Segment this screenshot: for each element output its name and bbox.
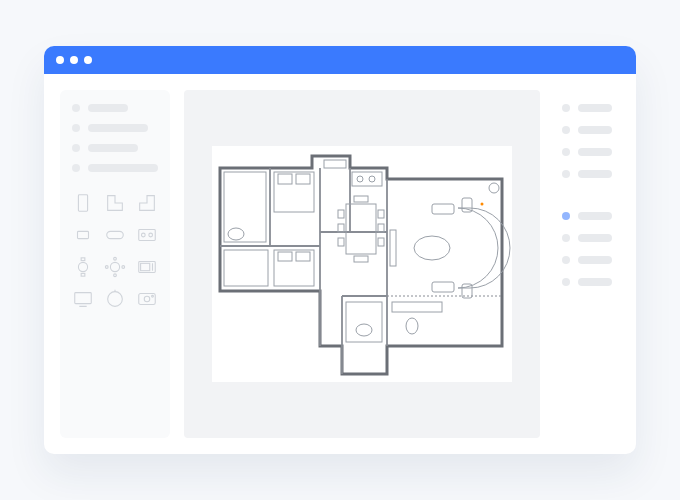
svg-rect-53	[354, 196, 368, 202]
svg-rect-1	[78, 231, 89, 238]
shape-l-shape-mirror[interactable]	[136, 192, 158, 214]
shape-microwave[interactable]	[136, 256, 158, 278]
svg-point-66	[481, 203, 484, 206]
property-label-placeholder	[578, 234, 612, 242]
svg-point-63	[356, 324, 372, 336]
properties-group-2	[562, 212, 612, 300]
bullet-icon	[562, 256, 570, 264]
svg-rect-56	[432, 282, 454, 292]
category-label-placeholder	[88, 104, 128, 112]
svg-point-19	[108, 292, 123, 307]
property-row[interactable]	[562, 212, 612, 220]
svg-rect-47	[338, 210, 344, 218]
floor-plan-drawing	[212, 146, 512, 382]
bullet-icon	[72, 124, 80, 132]
category-item[interactable]	[72, 104, 158, 112]
svg-rect-15	[141, 263, 150, 270]
svg-rect-0	[78, 195, 87, 212]
property-label-placeholder	[578, 148, 612, 156]
svg-point-59	[414, 236, 450, 260]
category-label-placeholder	[88, 164, 158, 172]
shape-rect-small[interactable]	[72, 224, 94, 246]
shape-rect-portrait[interactable]	[72, 192, 94, 214]
window-control-close[interactable]	[56, 56, 64, 64]
bullet-icon	[562, 126, 570, 134]
shape-dial[interactable]	[104, 288, 126, 310]
svg-point-10	[114, 257, 117, 260]
svg-point-44	[357, 176, 363, 182]
property-row[interactable]	[562, 234, 612, 242]
shape-l-shape[interactable]	[104, 192, 126, 214]
content-area	[44, 74, 636, 454]
sidebar-right	[554, 90, 620, 438]
svg-point-13	[122, 266, 125, 269]
shape-sink[interactable]	[136, 288, 158, 310]
bullet-icon	[72, 164, 80, 172]
svg-point-6	[78, 262, 87, 271]
category-list	[72, 104, 158, 184]
svg-rect-8	[81, 273, 85, 276]
property-row[interactable]	[562, 104, 612, 112]
svg-point-40	[228, 228, 244, 240]
svg-point-4	[142, 233, 146, 237]
property-label-placeholder	[578, 170, 612, 178]
svg-point-9	[110, 262, 119, 271]
property-label-placeholder	[578, 278, 612, 286]
shape-pill[interactable]	[104, 224, 126, 246]
svg-rect-51	[378, 224, 384, 232]
svg-rect-60	[390, 230, 396, 266]
svg-rect-48	[338, 224, 344, 232]
svg-rect-37	[278, 252, 292, 261]
bullet-icon	[72, 104, 80, 112]
category-item[interactable]	[72, 164, 158, 172]
svg-rect-55	[432, 204, 454, 214]
property-label-placeholder	[578, 212, 612, 220]
properties-group-1	[562, 104, 612, 192]
svg-rect-35	[296, 174, 310, 184]
bullet-icon	[562, 212, 570, 220]
property-row[interactable]	[562, 148, 612, 156]
shape-stovetop[interactable]	[136, 224, 158, 246]
svg-point-22	[144, 296, 150, 302]
property-row[interactable]	[562, 256, 612, 264]
shape-monitor[interactable]	[72, 288, 94, 310]
svg-point-12	[105, 266, 108, 269]
property-row[interactable]	[562, 126, 612, 134]
floor-plan-canvas[interactable]	[212, 146, 512, 382]
shape-library	[72, 192, 158, 310]
svg-rect-36	[274, 250, 314, 286]
property-row[interactable]	[562, 278, 612, 286]
svg-rect-7	[81, 258, 85, 261]
bullet-icon	[562, 104, 570, 112]
svg-rect-54	[354, 256, 368, 262]
svg-point-5	[149, 233, 153, 237]
bullet-icon	[562, 170, 570, 178]
sidebar-left	[60, 90, 170, 438]
bullet-icon	[562, 148, 570, 156]
svg-point-61	[489, 183, 499, 193]
svg-rect-34	[278, 174, 292, 184]
category-item[interactable]	[72, 124, 158, 132]
property-label-placeholder	[578, 256, 612, 264]
svg-rect-39	[224, 172, 266, 242]
shape-round-chairs[interactable]	[104, 256, 126, 278]
canvas-container	[184, 90, 540, 438]
svg-rect-38	[296, 252, 310, 261]
property-label-placeholder	[578, 104, 612, 112]
app-window	[44, 46, 636, 454]
shape-round-table[interactable]	[72, 256, 94, 278]
svg-point-23	[152, 295, 154, 297]
svg-rect-17	[75, 293, 92, 304]
bullet-icon	[72, 144, 80, 152]
bullet-icon	[562, 234, 570, 242]
category-item[interactable]	[72, 144, 158, 152]
titlebar	[44, 46, 636, 74]
svg-point-65	[406, 318, 418, 334]
category-label-placeholder	[88, 124, 148, 132]
svg-rect-64	[392, 302, 442, 312]
svg-point-45	[369, 176, 375, 182]
property-row[interactable]	[562, 170, 612, 178]
svg-rect-42	[324, 160, 346, 168]
window-control-minimize[interactable]	[70, 56, 78, 64]
window-control-maximize[interactable]	[84, 56, 92, 64]
